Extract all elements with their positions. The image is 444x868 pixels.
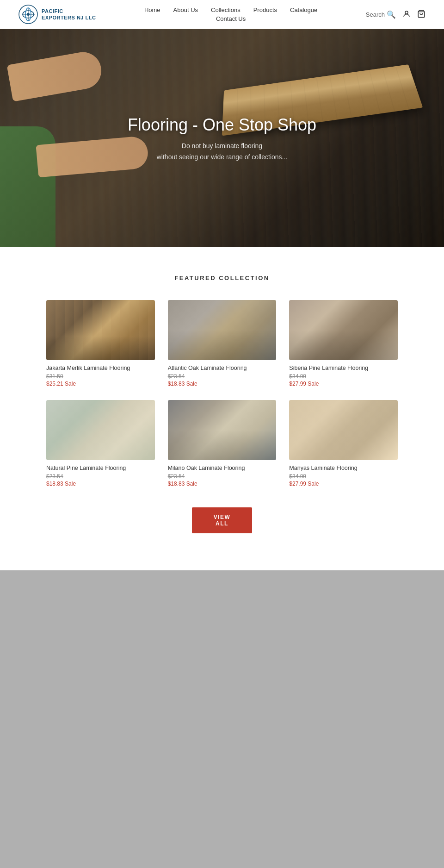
svg-point-6 <box>405 11 408 14</box>
product-card-natural[interactable]: Natural Pine Laminate Flooring $23.54 $1… <box>46 400 155 487</box>
header-actions: Search 🔍 <box>366 10 426 19</box>
nav-products[interactable]: Products <box>253 6 277 13</box>
gray-footer-section <box>0 570 444 868</box>
product-sale-price-jakarta: $25.21 Sale <box>46 381 155 387</box>
product-sale-price-manyas: $27.99 Sale <box>289 481 398 487</box>
search-label: Search <box>366 11 385 18</box>
product-card-jakarta[interactable]: Jakarta Merlik Laminate Flooring $31.50 … <box>46 300 155 387</box>
product-original-price-atlantic: $23.54 <box>168 373 277 380</box>
product-name-manyas: Manyas Laminate Flooring <box>289 465 398 471</box>
product-card-milano[interactable]: Milano Oak Laminate Flooring $23.54 $18.… <box>168 400 277 487</box>
hero-subtitle2: without seeing our wide range of collect… <box>128 153 316 161</box>
product-image-jakarta <box>46 300 155 360</box>
product-card-manyas[interactable]: Manyas Laminate Flooring $34.99 $27.99 S… <box>289 400 398 487</box>
nav-contact[interactable]: Contact Us <box>216 15 246 22</box>
nav-collections[interactable]: Collections <box>211 6 240 13</box>
main-nav: Home About Us Collections Products Catal… <box>96 0 365 29</box>
featured-section-title: FEATURED COLLECTION <box>18 275 426 281</box>
product-name-natural: Natural Pine Laminate Flooring <box>46 465 155 471</box>
product-sale-price-milano: $18.83 Sale <box>168 481 277 487</box>
product-image-natural <box>46 400 155 460</box>
product-image-manyas <box>289 400 398 460</box>
products-grid: Jakarta Merlik Laminate Flooring $31.50 … <box>46 300 398 487</box>
nav-catalogue[interactable]: Catalogue <box>290 6 317 13</box>
product-sale-price-siberia: $27.99 Sale <box>289 381 398 387</box>
search-button[interactable]: 🔍 <box>387 10 396 19</box>
hero-subtitle1: Do not buy laminate flooring <box>128 142 316 150</box>
product-sale-price-natural: $18.83 Sale <box>46 481 155 487</box>
nav-about[interactable]: About Us <box>173 6 198 13</box>
product-sale-price-atlantic: $18.83 Sale <box>168 381 277 387</box>
product-original-price-manyas: $34.99 <box>289 473 398 480</box>
product-image-milano <box>168 400 277 460</box>
logo[interactable]: PACIFIC EXPORTERS NJ LLC <box>18 0 96 29</box>
product-image-siberia <box>289 300 398 360</box>
cart-icon[interactable] <box>417 10 426 19</box>
logo-icon <box>18 5 38 24</box>
product-name-siberia: Siberia Pine Laminate Flooring <box>289 365 398 371</box>
product-name-milano: Milano Oak Laminate Flooring <box>168 465 277 471</box>
nav-home[interactable]: Home <box>144 6 160 13</box>
product-card-siberia[interactable]: Siberia Pine Laminate Flooring $34.99 $2… <box>289 300 398 387</box>
view-all-button[interactable]: VIEWALL <box>192 507 252 533</box>
product-original-price-natural: $23.54 <box>46 473 155 480</box>
product-card-atlantic[interactable]: Atlantic Oak Laminate Flooring $23.54 $1… <box>168 300 277 387</box>
header: PACIFIC EXPORTERS NJ LLC Home About Us C… <box>0 0 444 29</box>
product-image-atlantic <box>168 300 277 360</box>
hero-title: Flooring - One Stop Shop <box>128 115 316 135</box>
logo-text: PACIFIC EXPORTERS NJ LLC <box>42 8 96 21</box>
product-original-price-siberia: $34.99 <box>289 373 398 380</box>
product-original-price-jakarta: $31.50 <box>46 373 155 380</box>
product-name-atlantic: Atlantic Oak Laminate Flooring <box>168 365 277 371</box>
main-content: FEATURED COLLECTION Jakarta Merlik Lamin… <box>0 247 444 570</box>
hero-section: Flooring - One Stop Shop Do not buy lami… <box>0 29 444 247</box>
account-icon[interactable] <box>402 10 411 19</box>
product-original-price-milano: $23.54 <box>168 473 277 480</box>
hero-content: Flooring - One Stop Shop Do not buy lami… <box>128 115 316 161</box>
product-name-jakarta: Jakarta Merlik Laminate Flooring <box>46 365 155 371</box>
